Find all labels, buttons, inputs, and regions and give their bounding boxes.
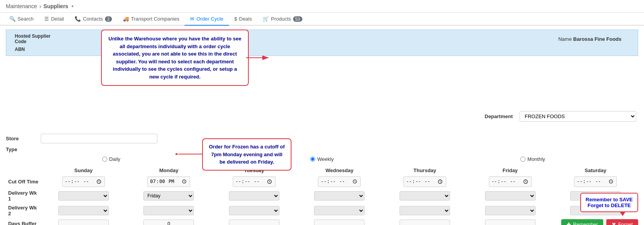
buffer-thursday xyxy=(382,218,468,225)
delivery-wk2-tuesday xyxy=(211,203,297,218)
delivery-wk1-wednesday xyxy=(297,188,382,203)
radio-row: Daily Weekly Monthly xyxy=(6,156,638,162)
main-content: 📄 Create 📋 Clone 🗑 Delete 💾 Save Hosted … xyxy=(0,26,644,225)
delivery-wk1-tuesday xyxy=(211,188,297,203)
delivery-wk2-monday-select[interactable] xyxy=(143,206,194,215)
delivery-wk1-tuesday-select[interactable] xyxy=(229,191,279,201)
cutoff-wednesday xyxy=(297,175,382,188)
delivery-wk1-thursday-select[interactable] xyxy=(400,191,450,201)
department-row: Department FROZEN FOODS xyxy=(442,111,636,122)
info-callout: Unlike the Warehouse where you have the … xyxy=(101,30,249,86)
cutoff-thursday-input[interactable] xyxy=(403,176,446,187)
delivery-wk2-thursday xyxy=(382,203,468,218)
radio-daily-label: Daily xyxy=(109,156,120,162)
tab-deals[interactable]: $ Deals xyxy=(229,13,257,26)
buffer-monday xyxy=(126,218,212,225)
detail-icon: ☰ xyxy=(44,16,49,22)
delivery-wk2-wednesday-select[interactable] xyxy=(314,206,365,215)
contacts-icon: 📞 xyxy=(75,16,81,22)
tab-products[interactable]: 🛒 Products 53 xyxy=(257,13,308,26)
buffer-sunday-input[interactable] xyxy=(58,220,109,225)
store-label: Store xyxy=(6,136,37,141)
buffer-thursday-input[interactable] xyxy=(400,220,450,225)
cut-off-time-row: Cut Off Time xyxy=(6,175,638,188)
remember-button[interactable]: ✚ Remember xyxy=(561,219,603,225)
days-header-row: Sunday Monday Tuesday Wednesday Thursday… xyxy=(6,166,638,175)
cutoff-friday-input[interactable] xyxy=(489,176,532,187)
radio-monthly-input[interactable] xyxy=(520,157,525,162)
day-wednesday: Wednesday xyxy=(297,166,382,175)
day-sunday: Sunday xyxy=(41,166,126,175)
buffer-monday-input[interactable] xyxy=(143,220,194,225)
supplier-name-value: Barossa Fine Foods xyxy=(573,36,621,42)
delivery-wk1-wednesday-select[interactable] xyxy=(314,191,365,201)
cutoff-thursday xyxy=(382,175,468,188)
radio-monthly-label: Monthly xyxy=(527,156,545,162)
cutoff-saturday-input[interactable] xyxy=(574,176,617,187)
tab-transport[interactable]: 🚚 Transport Companies xyxy=(117,13,185,26)
abn-label: ABN xyxy=(11,45,58,53)
tab-bar: 🔍 Search ☰ Detail 📞 Contacts 2 🚚 Transpo… xyxy=(0,13,644,26)
delivery-wk2-thursday-select[interactable] xyxy=(400,206,450,215)
days-grid: Sunday Monday Tuesday Wednesday Thursday… xyxy=(6,166,638,225)
hosted-code-label: Hosted Supplier Code xyxy=(11,32,58,45)
delivery-wk1-friday-select[interactable] xyxy=(485,191,536,201)
delivery-wk2-wednesday xyxy=(297,203,382,218)
delivery-wk2-sunday-select[interactable] xyxy=(58,206,109,215)
tab-detail[interactable]: ☰ Detail xyxy=(39,13,69,26)
delivery-wk2-friday-select[interactable] xyxy=(485,206,536,215)
cutoff-wednesday-input[interactable] xyxy=(318,176,361,187)
cutoff-monday-input[interactable] xyxy=(147,176,190,187)
buffer-wednesday-input[interactable] xyxy=(314,220,365,225)
cutoff-friday xyxy=(468,175,553,188)
delivery-wk1-row: Delivery Wk 1 Friday xyxy=(6,188,638,203)
days-header-empty xyxy=(6,166,41,175)
remember-line1: Remember to SAVE xyxy=(586,197,633,202)
type-row: Type xyxy=(6,147,638,152)
days-buffer-label: Days Buffer xyxy=(6,218,41,225)
search-icon: 🔍 xyxy=(9,16,16,22)
bottom-buttons: ✚ Remember ✖ Forget xyxy=(561,219,638,225)
callout1-arrow xyxy=(246,53,271,63)
buffer-tuesday-input[interactable] xyxy=(229,220,279,225)
cutoff-tuesday xyxy=(211,175,297,188)
department-label: Department xyxy=(485,113,516,119)
products-badge: 53 xyxy=(293,16,302,22)
cutoff-tuesday-input[interactable] xyxy=(233,176,276,187)
tab-contacts[interactable]: 📞 Contacts 2 xyxy=(69,13,117,26)
buffer-sunday xyxy=(41,218,126,225)
radio-weekly-label: Weekly xyxy=(317,156,333,162)
products-icon: 🛒 xyxy=(263,16,269,22)
department-select[interactable]: FROZEN FOODS xyxy=(520,111,636,122)
delivery-wk2-friday xyxy=(468,203,553,218)
radio-weekly-input[interactable] xyxy=(310,157,315,162)
delivery-wk2-tuesday-select[interactable] xyxy=(229,206,279,215)
buffer-friday-input[interactable] xyxy=(485,220,536,225)
buffer-wednesday xyxy=(297,218,382,225)
day-monday: Monday xyxy=(126,166,212,175)
delivery-wk2-monday xyxy=(126,203,212,218)
buffer-friday xyxy=(468,218,553,225)
delivery-wk1-sunday-select[interactable] xyxy=(58,191,109,201)
cutoff-saturday xyxy=(553,175,638,188)
store-input[interactable] xyxy=(41,134,157,143)
cutoff-sunday xyxy=(41,175,126,188)
buffer-tuesday xyxy=(211,218,297,225)
forget-button[interactable]: ✖ Forget xyxy=(606,219,638,225)
tab-search[interactable]: 🔍 Search xyxy=(4,13,39,26)
tab-ordercycle[interactable]: ✉ Order Cycle xyxy=(185,13,229,26)
delivery-wk1-monday-select[interactable]: Friday xyxy=(143,191,194,201)
day-friday: Friday xyxy=(468,166,553,175)
remember-line2: Forget to DELETE xyxy=(586,202,633,208)
radio-daily-input[interactable] xyxy=(102,157,107,162)
ordercycle-icon: ✉ xyxy=(190,16,194,22)
callout2-arrow xyxy=(176,150,204,159)
delivery-wk1-sunday xyxy=(41,188,126,203)
delivery-wk1-thursday xyxy=(382,188,468,203)
delivery-wk1-friday xyxy=(468,188,553,203)
cutoff-monday xyxy=(126,175,212,188)
delivery-wk2-sunday xyxy=(41,203,126,218)
forget-icon: ✖ xyxy=(612,222,616,225)
cutoff-sunday-input[interactable] xyxy=(62,176,105,187)
breadcrumb-parent[interactable]: Maintenance xyxy=(6,3,37,9)
